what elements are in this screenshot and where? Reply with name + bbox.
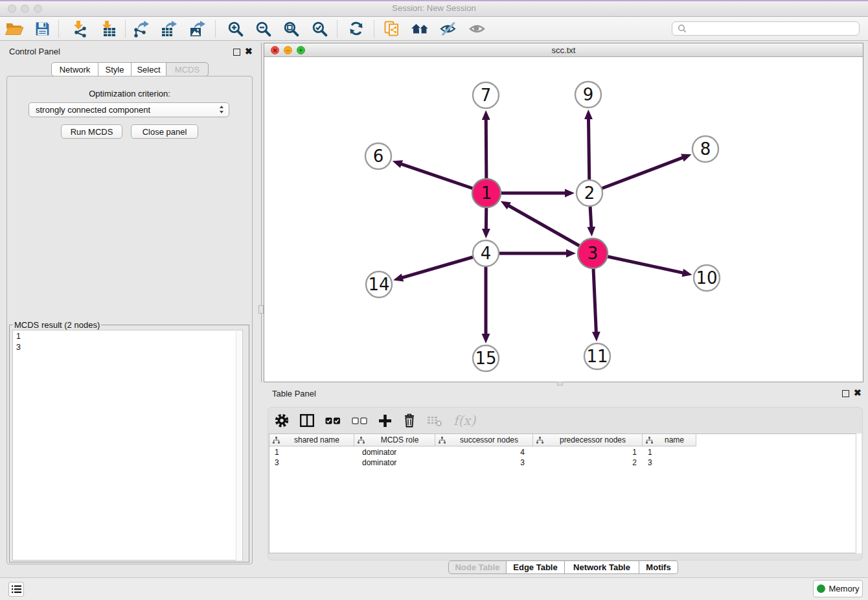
result-scrollbar[interactable]	[236, 331, 242, 560]
graph-node-label: 4	[481, 244, 492, 263]
clone-network-icon[interactable]	[381, 18, 403, 39]
save-session-icon[interactable]	[31, 18, 53, 39]
mcds-result-text[interactable]: 13	[12, 330, 243, 560]
table-cell[interactable]: dominator	[354, 448, 435, 458]
graph-edge[interactable]	[589, 157, 684, 193]
column-header-name[interactable]: name	[643, 434, 696, 446]
memory-button[interactable]: Memory	[813, 580, 863, 597]
graph-edge-arrowhead	[682, 269, 692, 277]
export-table-icon[interactable]	[158, 18, 180, 39]
show-columns-icon[interactable]	[300, 414, 314, 427]
table-header-row: shared nameMCDS rolesuccessor nodesprede…	[269, 434, 861, 446]
vertical-splitter[interactable]	[261, 43, 262, 382]
table-cell[interactable]: 3	[269, 458, 354, 468]
tab-select[interactable]: Select	[131, 62, 166, 76]
graph-node-label: 8	[700, 139, 711, 159]
control-panel-float-icon[interactable]	[233, 49, 240, 56]
unselect-all-columns-icon[interactable]	[352, 417, 367, 424]
control-panel-close-icon[interactable]: ✖	[245, 46, 253, 56]
table-row[interactable]: 3dominator323	[269, 458, 861, 468]
close-panel-button[interactable]: Close panel	[131, 124, 198, 139]
column-header-successor-nodes[interactable]: successor nodes	[435, 434, 533, 446]
optimization-criterion-label: Optimization criterion:	[6, 89, 253, 98]
graph-node-label: 6	[373, 146, 384, 166]
tab-node-table[interactable]: Node Table	[448, 560, 507, 574]
zoom-fit-icon[interactable]	[280, 18, 302, 39]
select-stepper-icon	[220, 106, 223, 113]
open-session-icon[interactable]	[3, 18, 25, 39]
criterion-select[interactable]: strongly connected component	[29, 102, 229, 117]
graph-node-label: 7	[481, 86, 492, 105]
window-title: Session: New Session	[0, 3, 868, 13]
tab-network-table[interactable]: Network Table	[565, 560, 639, 574]
run-mcds-button[interactable]: Run MCDS	[61, 124, 122, 139]
table-cell[interactable]: 2	[533, 458, 643, 468]
column-header-MCDS-role[interactable]: MCDS role	[354, 434, 435, 446]
graph-edge-arrowhead	[566, 249, 576, 258]
graph-node-label: 14	[368, 275, 389, 294]
horizontal-splitter-grip[interactable]	[557, 382, 563, 386]
column-header-predecessor-nodes[interactable]: predecessor nodes	[533, 434, 643, 446]
show-elements-icon[interactable]	[466, 18, 488, 39]
table-settings-icon[interactable]	[275, 413, 289, 428]
memory-label: Memory	[829, 584, 860, 594]
network-window-titlebar: ✕ – + scc.txt	[264, 43, 863, 57]
table-cell[interactable]: 3	[643, 458, 696, 468]
tab-motifs[interactable]: Motifs	[639, 560, 678, 574]
app-title-bar: Session: New Session	[0, 0, 868, 17]
table-panel: f(x) shared nameMCDS rolesuccessor nodes…	[268, 407, 863, 560]
table-panel-float-icon[interactable]	[842, 390, 849, 397]
zoom-selected-icon[interactable]	[308, 18, 330, 39]
search-icon	[677, 23, 687, 34]
function-builder-icon[interactable]: f(x)	[453, 413, 475, 428]
refresh-icon[interactable]	[345, 18, 367, 39]
import-network-icon[interactable]	[68, 18, 90, 39]
titlebar-accent	[0, 0, 868, 1]
graph-edge-arrowhead	[482, 334, 490, 343]
select-all-columns-icon[interactable]	[325, 417, 341, 424]
control-panel-title: Control Panel	[9, 47, 60, 56]
graph-node-label: 10	[696, 268, 717, 288]
tab-mcds[interactable]: MCDS	[166, 62, 209, 76]
table-cell[interactable]: 1	[643, 448, 696, 458]
export-network-icon[interactable]	[130, 18, 152, 39]
graph-node-label: 1	[481, 183, 492, 203]
criterion-value: strongly connected component	[36, 105, 150, 115]
tab-network[interactable]: Network	[51, 62, 98, 76]
table-cell[interactable]: 1	[533, 448, 643, 458]
search-input[interactable]	[672, 21, 860, 36]
table-cell[interactable]: dominator	[354, 458, 435, 468]
table-cell[interactable]: 3	[435, 458, 533, 468]
tab-style[interactable]: Style	[98, 62, 131, 76]
table-row[interactable]: 1dominator411	[269, 448, 861, 458]
create-column-icon[interactable]	[378, 414, 392, 428]
vertical-splitter-grip[interactable]	[258, 305, 264, 314]
graph-edge-arrowhead	[482, 110, 490, 120]
delete-column-icon[interactable]	[403, 413, 416, 428]
network-window: ✕ – + scc.txt 7968124314101511	[264, 43, 863, 382]
import-table-icon[interactable]	[97, 18, 119, 39]
graph-edge-arrowhead	[393, 273, 404, 281]
memory-status-icon	[817, 584, 825, 593]
delete-table-icon[interactable]	[427, 414, 442, 427]
zoom-in-icon[interactable]	[224, 18, 246, 39]
table-cell[interactable]: 4	[435, 448, 533, 458]
column-header-shared-name[interactable]: shared name	[269, 434, 354, 446]
table-panel-title: Table Panel	[272, 389, 316, 398]
graph-node-label: 11	[586, 347, 608, 366]
control-panel-tabs: Network Style Select MCDS	[51, 62, 209, 76]
status-bar: Memory	[0, 577, 868, 600]
tab-edge-table[interactable]: Edge Table	[507, 560, 565, 574]
table-scrollbar[interactable]	[856, 433, 862, 553]
table-panel-close-icon[interactable]: ✖	[854, 387, 862, 398]
graph-node-label: 9	[583, 85, 594, 104]
task-history-button[interactable]	[8, 582, 24, 597]
list-icon	[12, 585, 21, 594]
table-cell[interactable]: 1	[269, 448, 354, 458]
export-image-icon[interactable]	[187, 18, 209, 39]
zoom-out-icon[interactable]	[252, 18, 274, 39]
network-canvas[interactable]: 7968124314101511	[264, 57, 863, 382]
graph-edge-arrowhead	[681, 154, 691, 162]
hide-elements-icon[interactable]	[437, 18, 459, 39]
home-view-icon[interactable]	[409, 18, 431, 39]
